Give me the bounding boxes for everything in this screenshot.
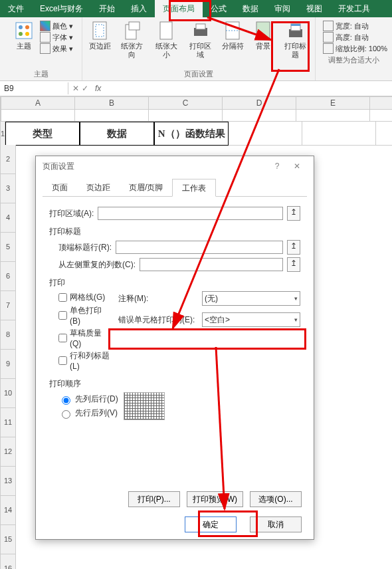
themes-button[interactable]: 主题 [9,19,39,68]
svg-point-1 [19,25,23,29]
options-button[interactable]: 选项(O)... [250,491,302,507]
bw-checkbox[interactable] [58,311,67,320]
dialog-title: 页面设置 [43,161,74,172]
print-button[interactable]: 打印(P)... [128,491,180,507]
width-select[interactable]: 自动 [354,21,369,31]
tab-data[interactable]: 数据 [235,0,266,17]
dlgtab-headerfooter[interactable]: 页眉/页脚 [120,179,172,196]
scale-input[interactable]: 100% [369,45,387,53]
draft-checkbox[interactable] [58,334,67,342]
tab-pagelayout[interactable]: 页面布局 [155,0,203,17]
height-select[interactable]: 自动 [354,33,369,43]
svg-rect-8 [129,22,140,30]
headings-checkbox[interactable] [58,356,67,365]
svg-rect-17 [291,24,300,26]
tab-review[interactable]: 审阅 [266,0,298,17]
name-box[interactable]: B9 [0,82,68,94]
errors-select[interactable]: <空白>▾ [202,312,300,327]
print-area-button[interactable]: 打印区域 [184,19,217,68]
close-button[interactable]: ✕ [287,162,307,171]
height-icon [323,32,334,43]
svg-rect-11 [196,24,205,29]
dlgtab-page[interactable]: 页面 [43,179,77,196]
tab-developer[interactable]: 开发工具 [330,0,378,17]
col-E[interactable]: E [296,96,370,110]
print-titles-button[interactable]: 打印标题 [279,19,312,68]
size-button[interactable]: 纸张大小 [150,19,183,68]
enter-fx-icon[interactable]: ✓ [82,84,88,93]
ribbon: 主题 颜色 ▾ 字体 ▾ 效果 ▾ 主题 页边距 纸张方向 纸张大小 打印区域 … [0,17,392,81]
width-icon [323,21,334,31]
tab-excelfin[interactable]: Excel与财务 [32,0,91,17]
ref-button-3[interactable]: ↥ [287,257,300,272]
col-C[interactable]: C [149,96,223,110]
print-area-input[interactable] [98,207,283,220]
cancel-button[interactable]: 取消 [250,516,302,532]
col-B[interactable]: B [75,96,149,110]
tab-formulas[interactable]: 公式 [203,0,235,17]
chevron-down-icon: ▾ [294,295,298,302]
scale-icon [323,43,334,54]
order-down-radio[interactable] [62,396,70,405]
tab-home[interactable]: 开始 [91,0,123,17]
svg-point-4 [25,32,29,36]
dlgtab-sheet[interactable]: 工作表 [172,179,216,197]
svg-rect-0 [16,23,32,39]
margins-button[interactable]: 页边距 [85,19,114,68]
ok-button[interactable]: 确定 [185,516,237,532]
left-cols-input[interactable] [140,258,283,271]
tab-view[interactable]: 视图 [298,0,330,17]
fx-icon[interactable]: fx [92,84,104,93]
preview-button[interactable]: 打印预览(W) [187,491,243,507]
cell-B1[interactable]: 数据 [80,122,154,146]
cell-C1[interactable]: N（）函数结果 [154,122,229,146]
tab-insert[interactable]: 插入 [123,0,155,17]
colors-menu[interactable]: 颜色 ▾ [40,21,73,31]
formula-bar: B9 ✕✓ fx [0,81,392,96]
chevron-down-icon: ▾ [294,316,298,323]
dlgtab-margins[interactable]: 页边距 [77,179,120,196]
help-button[interactable]: ? [267,162,287,171]
svg-point-2 [25,25,29,29]
gridlines-checkbox[interactable] [58,293,67,302]
ref-button-2[interactable]: ↥ [287,240,300,255]
print-order-icon [124,392,165,420]
spreadsheet-grid: A B C D E F 1 类型 数据 N（）函数结果 [0,96,392,146]
effects-menu[interactable]: 效果 ▾ [40,43,73,54]
ribbon-tabs: 文件 Excel与财务 开始 插入 页面布局 公式 数据 审阅 视图 开发工具 [0,0,392,17]
col-A[interactable]: A [1,96,75,110]
tab-file[interactable]: 文件 [0,0,32,17]
svg-rect-14 [256,22,270,39]
svg-rect-9 [160,22,172,39]
ref-button[interactable]: ↥ [287,206,300,221]
background-button[interactable]: 背景 [248,19,278,68]
col-D[interactable]: D [223,96,296,110]
comments-select[interactable]: (无)▾ [202,291,300,306]
order-over-radio[interactable] [62,410,70,419]
cell-A1[interactable]: 类型 [5,122,80,146]
breaks-button[interactable]: 分隔符 [218,19,247,68]
cancel-fx-icon[interactable]: ✕ [72,84,79,93]
svg-point-3 [19,32,23,36]
fonts-menu[interactable]: 字体 ▾ [40,32,73,43]
col-F[interactable]: F [370,96,392,110]
page-setup-dialog: 页面设置 ? ✕ 页面 页边距 页眉/页脚 工作表 打印区域(A): ↥ 打印标… [35,156,314,540]
orientation-button[interactable]: 纸张方向 [116,19,148,68]
top-rows-input[interactable] [116,241,283,254]
